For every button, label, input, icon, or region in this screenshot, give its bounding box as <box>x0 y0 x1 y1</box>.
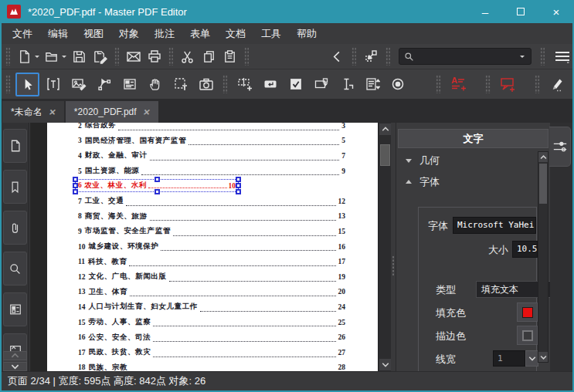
toolbar-grip[interactable] <box>222 75 228 93</box>
save-button[interactable] <box>70 46 87 66</box>
menu-item-3[interactable]: 视图 <box>76 24 111 44</box>
open-file-button[interactable] <box>42 46 60 66</box>
toc-entry-text: 卫生、体育 <box>89 287 128 297</box>
properties-tab[interactable] <box>549 127 571 167</box>
toolbar-grip[interactable] <box>352 47 356 66</box>
toolbar-grip[interactable] <box>168 47 173 66</box>
add-radio-button-tool[interactable] <box>385 73 409 96</box>
toolbar-grip[interactable] <box>5 47 10 66</box>
edit-image-tool[interactable] <box>66 73 90 96</box>
copy-button[interactable] <box>200 46 218 66</box>
panel-scrollbar[interactable] <box>538 151 549 363</box>
search-dropdown-icon[interactable] <box>520 56 525 60</box>
toc-row: 4财政、金融、审计7 <box>78 148 345 164</box>
edit-text-tool[interactable] <box>41 73 65 96</box>
page-thumbnails-button[interactable] <box>3 129 27 163</box>
add-checkbox-tool[interactable] <box>284 73 307 96</box>
toolbar-grip[interactable] <box>436 75 441 93</box>
add-callout-tool[interactable] <box>495 73 519 96</box>
select-tool[interactable] <box>15 73 39 96</box>
pdf-page[interactable]: 2综合政务33国民经济管理、国有资产监管54财政、金融、审计75国土资源、能源9… <box>47 123 378 371</box>
cut-button[interactable] <box>178 46 196 66</box>
tab-close-icon[interactable]: × <box>142 106 151 117</box>
selection-handle-ml[interactable] <box>73 183 78 188</box>
paste-button[interactable] <box>221 46 239 66</box>
new-document-button[interactable] <box>15 46 33 66</box>
maximize-button[interactable] <box>503 0 538 23</box>
selection-handle-tl[interactable] <box>73 177 78 182</box>
selection-handle-tr[interactable] <box>236 177 241 182</box>
navigate-back-button[interactable] <box>328 46 346 66</box>
sidebar-scroll-down-button[interactable] <box>3 362 27 371</box>
minimize-button[interactable]: – <box>467 0 503 23</box>
search-box[interactable] <box>399 48 532 65</box>
close-button[interactable]: × <box>538 0 574 23</box>
font-name-field[interactable]: Microsoft YaHei <box>453 217 536 234</box>
tab-close-icon[interactable]: × <box>48 106 56 117</box>
toolbar-grip[interactable] <box>244 47 249 66</box>
section-geometry[interactable]: 几何 <box>406 152 440 169</box>
tab-label: *2020_PDF.pdf <box>74 106 137 117</box>
menu-item-4[interactable]: 对象 <box>111 24 147 44</box>
save-as-button[interactable] <box>91 46 109 66</box>
menu-item-1[interactable]: 文件 <box>5 24 40 44</box>
toolbar-grip[interactable] <box>540 47 545 66</box>
toc-entry-text: 科技、教育 <box>88 257 127 267</box>
scroll-down-button[interactable] <box>379 359 391 370</box>
toolbar-grip[interactable] <box>385 47 390 66</box>
font-size-field[interactable]: 10.5 <box>512 241 538 258</box>
document-tab-2[interactable]: *2020_PDF.pdf× <box>66 101 158 123</box>
search-input[interactable] <box>414 51 520 62</box>
hand-pan-tool[interactable] <box>143 73 167 96</box>
add-text-field-tool[interactable] <box>233 73 256 96</box>
toolbar-grip[interactable] <box>5 75 11 93</box>
new-document-dropdown-icon[interactable] <box>35 56 39 60</box>
selection-handle-bl[interactable] <box>73 189 78 194</box>
edit-path-tool[interactable] <box>92 73 116 96</box>
fit-selection-button[interactable] <box>362 46 379 66</box>
menu-button[interactable] <box>553 46 571 66</box>
document-tab-1[interactable]: *未命名× <box>2 101 64 123</box>
menu-item-8[interactable]: 工具 <box>253 24 289 44</box>
toolbar-grip[interactable] <box>485 75 491 93</box>
document-viewport[interactable]: 2综合政务33国民经济管理、国有资产监管54财政、金融、审计75国土资源、能源9… <box>30 123 378 371</box>
menu-item-9[interactable]: 帮助 <box>289 24 324 44</box>
add-list-box-tool[interactable] <box>335 73 358 96</box>
menu-item-5[interactable]: 批注 <box>147 24 182 44</box>
line-width-dropdown-button[interactable] <box>525 350 538 367</box>
edit-forms-tool[interactable] <box>117 73 141 96</box>
selection-handle-tc[interactable] <box>155 177 160 182</box>
bookmarks-button[interactable] <box>3 170 27 204</box>
select-text-area-tool[interactable] <box>168 73 192 96</box>
panel-scroll-down-button[interactable] <box>538 352 548 362</box>
document-scrollbar[interactable] <box>378 123 391 371</box>
toolbar-grip[interactable] <box>114 47 119 66</box>
fill-color-button[interactable] <box>517 302 538 322</box>
selected-text-object[interactable]: 6 农业、林业、水利10 <box>75 179 239 192</box>
section-font[interactable]: 字体 <box>406 174 440 191</box>
menu-item-2[interactable]: 编辑 <box>40 24 76 44</box>
scroll-up-button[interactable] <box>379 123 391 135</box>
scrollbar-thumb[interactable] <box>380 144 390 166</box>
highlighter-tool[interactable] <box>545 73 569 96</box>
sidebar-search-button[interactable] <box>3 252 27 286</box>
add-combobox-tool[interactable] <box>309 73 333 96</box>
stroke-color-button[interactable] <box>517 326 538 345</box>
print-button[interactable] <box>145 46 163 66</box>
open-file-dropdown-icon[interactable] <box>62 56 66 60</box>
toolbar-grip[interactable] <box>535 75 540 93</box>
selection-handle-mr[interactable] <box>236 183 241 188</box>
add-text-annotation-tool[interactable]: A <box>446 73 470 96</box>
attachments-button[interactable] <box>3 211 27 245</box>
panel-scrollbar-thumb[interactable] <box>539 164 547 204</box>
screenshot-tool[interactable] <box>194 73 218 96</box>
form-fields-button[interactable] <box>3 292 27 326</box>
send-email-button[interactable] <box>124 46 142 66</box>
add-button-tool[interactable] <box>258 73 282 96</box>
line-width-field[interactable]: 1 <box>493 350 525 367</box>
menu-item-6[interactable]: 表单 <box>182 24 218 44</box>
sidebar-scroll-up-button[interactable] <box>3 351 27 360</box>
panel-scroll-up-button[interactable] <box>538 152 548 162</box>
menu-item-7[interactable]: 文档 <box>218 24 253 44</box>
add-form-list-tool[interactable] <box>360 73 384 96</box>
